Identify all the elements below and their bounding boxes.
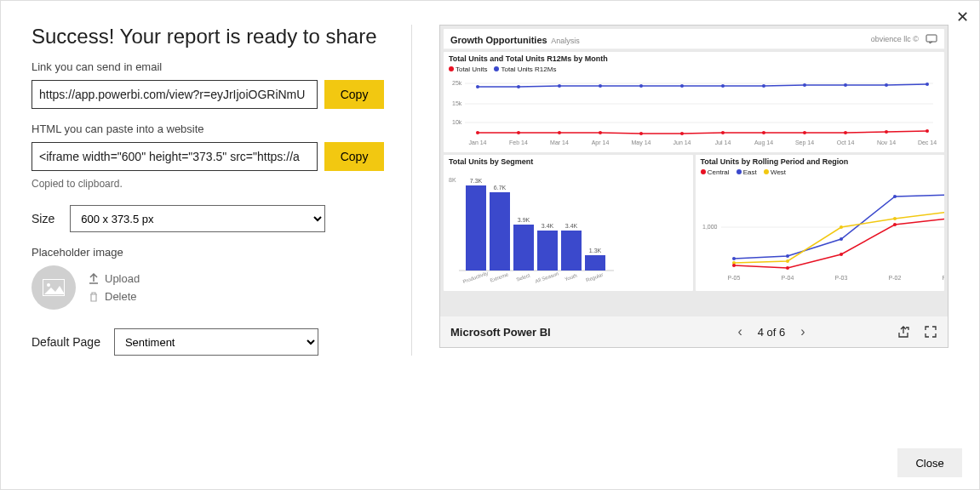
svg-text:3.4K: 3.4K bbox=[565, 223, 578, 229]
svg-text:P-03: P-03 bbox=[834, 275, 847, 281]
comment-icon[interactable] bbox=[926, 34, 937, 44]
copy-link-button[interactable]: Copy bbox=[324, 80, 384, 109]
svg-point-80 bbox=[786, 266, 789, 270]
prev-page-button[interactable]: ‹ bbox=[734, 324, 745, 339]
svg-point-76 bbox=[893, 217, 897, 220]
svg-rect-47 bbox=[466, 185, 486, 271]
svg-rect-51 bbox=[561, 231, 582, 271]
svg-text:3.4K: 3.4K bbox=[542, 223, 554, 229]
svg-text:Extreme: Extreme bbox=[490, 271, 510, 283]
copy-hint: Copied to clipboard. bbox=[32, 178, 384, 190]
dialog-title: Success! Your report is ready to share bbox=[32, 25, 384, 48]
svg-text:May 14: May 14 bbox=[632, 140, 651, 146]
svg-rect-2 bbox=[926, 35, 937, 42]
svg-point-74 bbox=[786, 259, 789, 263]
html-embed-label: HTML you can paste into a website bbox=[32, 122, 384, 135]
svg-text:All Season: All Season bbox=[535, 271, 559, 283]
chart-total-units-month: Total Units and Total Units R12Ms by Mon… bbox=[444, 52, 944, 152]
svg-rect-50 bbox=[537, 231, 558, 271]
placeholder-thumb bbox=[32, 265, 76, 310]
close-icon[interactable]: ✕ bbox=[956, 8, 969, 26]
svg-point-81 bbox=[840, 253, 843, 256]
svg-point-28 bbox=[762, 131, 765, 134]
svg-text:Productivity: Productivity bbox=[462, 271, 489, 284]
svg-text:P-02: P-02 bbox=[888, 275, 901, 281]
next-page-button[interactable]: › bbox=[797, 324, 808, 339]
svg-point-75 bbox=[840, 225, 843, 229]
report-title: Growth Opportunities bbox=[450, 35, 547, 45]
svg-text:25k: 25k bbox=[452, 80, 462, 86]
svg-point-19 bbox=[885, 83, 888, 87]
size-select[interactable]: 600 x 373.5 px bbox=[70, 205, 325, 232]
svg-point-11 bbox=[558, 84, 561, 88]
default-page-label: Default Page bbox=[32, 335, 100, 349]
svg-rect-52 bbox=[585, 255, 605, 271]
svg-text:Jun 14: Jun 14 bbox=[673, 140, 691, 145]
svg-point-69 bbox=[840, 237, 843, 241]
report-preview: Growth Opportunities Analysis obvience l… bbox=[439, 25, 948, 348]
placeholder-label: Placeholder image bbox=[32, 246, 384, 259]
copy-html-button[interactable]: Copy bbox=[324, 142, 384, 171]
svg-text:Aug 14: Aug 14 bbox=[754, 140, 773, 146]
upload-button[interactable]: Upload bbox=[88, 272, 140, 285]
svg-point-31 bbox=[885, 130, 888, 134]
share-icon[interactable] bbox=[897, 325, 910, 339]
svg-text:P-01: P-01 bbox=[942, 275, 944, 281]
svg-point-22 bbox=[517, 131, 520, 134]
svg-point-79 bbox=[732, 264, 736, 267]
svg-point-26 bbox=[680, 132, 684, 135]
svg-point-12 bbox=[599, 84, 602, 88]
svg-text:Feb 14: Feb 14 bbox=[509, 140, 528, 145]
close-button[interactable]: Close bbox=[897, 448, 962, 477]
divider bbox=[411, 25, 412, 356]
svg-point-68 bbox=[786, 254, 789, 258]
brand-text: obvience llc © bbox=[871, 35, 919, 43]
svg-text:Sep 14: Sep 14 bbox=[795, 140, 814, 146]
svg-point-18 bbox=[844, 83, 847, 87]
svg-point-14 bbox=[680, 84, 684, 88]
svg-point-9 bbox=[476, 85, 479, 88]
html-embed-input[interactable] bbox=[32, 142, 318, 171]
svg-point-30 bbox=[844, 131, 847, 134]
svg-text:Select: Select bbox=[515, 272, 530, 282]
svg-point-32 bbox=[926, 129, 929, 133]
svg-text:Oct 14: Oct 14 bbox=[837, 140, 855, 145]
svg-text:3.9K: 3.9K bbox=[518, 217, 530, 223]
svg-text:Apr 14: Apr 14 bbox=[592, 140, 610, 146]
svg-point-15 bbox=[721, 84, 725, 88]
svg-text:Nov 14: Nov 14 bbox=[877, 140, 896, 145]
svg-text:Jan 14: Jan 14 bbox=[468, 140, 486, 145]
svg-rect-49 bbox=[513, 225, 534, 271]
svg-text:Dec 14: Dec 14 bbox=[918, 140, 937, 145]
svg-point-25 bbox=[639, 132, 643, 135]
svg-text:Jul 14: Jul 14 bbox=[715, 140, 731, 145]
upload-icon bbox=[88, 273, 100, 285]
email-link-input[interactable] bbox=[32, 80, 318, 109]
svg-text:Youth: Youth bbox=[564, 273, 577, 282]
svg-text:6.7K: 6.7K bbox=[494, 185, 507, 191]
svg-text:Mar 14: Mar 14 bbox=[550, 140, 569, 145]
svg-point-70 bbox=[893, 195, 897, 198]
delete-button[interactable]: Delete bbox=[88, 290, 140, 303]
svg-text:Regular: Regular bbox=[585, 272, 604, 283]
email-link-label: Link you can send in email bbox=[32, 60, 384, 73]
page-indicator: 4 of 6 bbox=[758, 326, 786, 339]
chart-units-segment: Total Units by Segment 8K 7.3K6.7K3.9K bbox=[444, 155, 693, 291]
svg-point-82 bbox=[893, 223, 897, 226]
svg-point-27 bbox=[721, 131, 725, 134]
chart-units-region: Total Units by Rolling Period and Region… bbox=[696, 155, 945, 291]
svg-point-13 bbox=[639, 84, 643, 88]
svg-text:15k: 15k bbox=[452, 100, 462, 106]
svg-point-17 bbox=[803, 83, 806, 87]
svg-point-67 bbox=[732, 257, 736, 260]
svg-text:P-05: P-05 bbox=[727, 275, 740, 281]
svg-text:1,000: 1,000 bbox=[702, 224, 718, 230]
svg-text:1.3K: 1.3K bbox=[589, 248, 602, 254]
fullscreen-icon[interactable] bbox=[924, 325, 937, 339]
svg-point-10 bbox=[517, 85, 520, 88]
svg-point-21 bbox=[476, 131, 479, 134]
size-label: Size bbox=[32, 212, 54, 225]
image-icon bbox=[43, 279, 65, 296]
default-page-select[interactable]: Sentiment bbox=[114, 328, 318, 356]
footer-brand: Microsoft Power BI bbox=[450, 326, 646, 339]
